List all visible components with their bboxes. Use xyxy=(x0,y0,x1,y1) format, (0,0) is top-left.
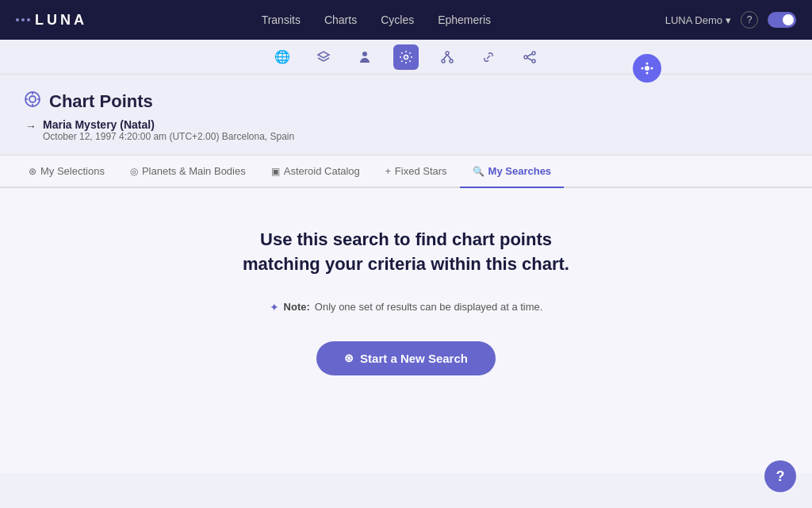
svg-line-15 xyxy=(527,54,532,56)
svg-point-0 xyxy=(645,66,649,71)
tabs-bar: ⊛ My Selections ◎ Planets & Main Bodies … xyxy=(0,156,812,188)
heading-line1: Use this search to find chart points xyxy=(260,229,552,249)
link-icon[interactable] xyxy=(476,44,501,70)
nav-charts[interactable]: Charts xyxy=(324,13,357,26)
icon-toolbar: 🌐 xyxy=(0,40,812,75)
chart-points-icon xyxy=(24,90,41,112)
svg-point-12 xyxy=(532,52,535,55)
main-content: Use this search to find chart points mat… xyxy=(0,188,812,474)
help-fab-label: ? xyxy=(776,468,785,485)
svg-point-6 xyxy=(404,55,408,59)
help-fab-button[interactable]: ? xyxy=(764,460,796,492)
tab-asteroid-catalog[interactable]: ▣ Asteroid Catalog xyxy=(259,156,373,188)
theme-toggle[interactable] xyxy=(768,12,796,28)
tab-planets-label: Planets & Main Bodies xyxy=(142,165,246,177)
nav-help-icon[interactable]: ? xyxy=(741,11,758,29)
user-label: LUNA Demo xyxy=(665,14,722,26)
user-caret: ▾ xyxy=(726,14,731,26)
fixed-stars-icon: + xyxy=(385,166,391,177)
action-circle-button[interactable] xyxy=(633,54,661,83)
svg-point-5 xyxy=(362,52,367,56)
note-label: Note: xyxy=(284,301,310,313)
note-line: ✦ Note: Only one set of results can be d… xyxy=(270,301,543,314)
nav-links: Transits Charts Cycles Ephemeris xyxy=(262,13,491,27)
person-icon[interactable] xyxy=(352,44,377,70)
svg-point-4 xyxy=(651,67,653,70)
nav-right: LUNA Demo ▾ ? xyxy=(665,11,796,29)
tab-planets-main-bodies[interactable]: ◎ Planets & Main Bodies xyxy=(117,156,259,188)
tab-my-searches[interactable]: 🔍 My Searches xyxy=(460,156,565,188)
subject-arrow: → xyxy=(25,120,36,133)
svg-line-11 xyxy=(447,55,451,60)
tab-fixed-stars-label: Fixed Stars xyxy=(395,165,447,177)
svg-point-3 xyxy=(642,67,644,70)
tab-my-selections-label: My Selections xyxy=(40,165,105,177)
nav-cycles[interactable]: Cycles xyxy=(381,13,414,26)
share-icon[interactable] xyxy=(517,44,542,70)
svg-point-1 xyxy=(646,63,649,65)
chart-title-row: Chart Points xyxy=(24,90,788,112)
hierarchy-icon[interactable] xyxy=(435,44,460,70)
logo-dots xyxy=(16,18,30,21)
svg-point-13 xyxy=(524,56,527,59)
svg-point-9 xyxy=(450,60,453,63)
chart-header: Chart Points → Maria Mystery (Natal) Oct… xyxy=(0,75,812,156)
chart-subject: → Maria Mystery (Natal) October 12, 1997… xyxy=(25,118,788,142)
tab-asteroid-label: Asteroid Catalog xyxy=(284,165,360,177)
svg-line-16 xyxy=(527,58,532,60)
svg-line-10 xyxy=(443,55,447,60)
subject-details: October 12, 1997 4:20:00 am (UTC+2.00) B… xyxy=(43,131,294,142)
note-star-icon: ✦ xyxy=(270,301,279,314)
nav-transits[interactable]: Transits xyxy=(262,13,301,26)
svg-point-8 xyxy=(442,60,445,63)
layers-icon[interactable] xyxy=(311,44,336,70)
svg-point-7 xyxy=(446,52,449,55)
planets-icon: ◎ xyxy=(130,166,138,177)
settings-icon[interactable] xyxy=(393,44,419,70)
tab-my-selections[interactable]: ⊛ My Selections xyxy=(16,156,117,188)
my-selections-icon: ⊛ xyxy=(29,166,36,177)
logo: LUNA xyxy=(16,12,87,29)
svg-point-2 xyxy=(646,72,649,75)
asteroid-icon: ▣ xyxy=(271,166,280,177)
tab-fixed-stars[interactable]: + Fixed Stars xyxy=(373,156,460,188)
user-menu[interactable]: LUNA Demo ▾ xyxy=(665,14,731,26)
app-name: LUNA xyxy=(35,12,87,29)
top-navigation: LUNA Transits Charts Cycles Ephemeris LU… xyxy=(0,0,812,40)
svg-point-18 xyxy=(29,96,36,102)
my-searches-icon: 🔍 xyxy=(473,166,485,177)
globe-icon[interactable]: 🌐 xyxy=(270,44,295,70)
start-search-label: Start a New Search xyxy=(360,352,468,365)
svg-point-14 xyxy=(532,60,535,63)
search-button-icon: ⊛ xyxy=(344,352,354,364)
note-text: Only one set of results can be displayed… xyxy=(315,301,543,313)
tab-my-searches-label: My Searches xyxy=(488,165,552,177)
subject-name: Maria Mystery (Natal) xyxy=(43,118,294,131)
heading-line2: matching your criteria within this chart… xyxy=(243,254,569,274)
nav-ephemeris[interactable]: Ephemeris xyxy=(438,13,491,26)
search-heading: Use this search to find chart points mat… xyxy=(243,228,569,277)
page-title: Chart Points xyxy=(49,91,153,112)
start-new-search-button[interactable]: ⊛ Start a New Search xyxy=(316,341,496,375)
